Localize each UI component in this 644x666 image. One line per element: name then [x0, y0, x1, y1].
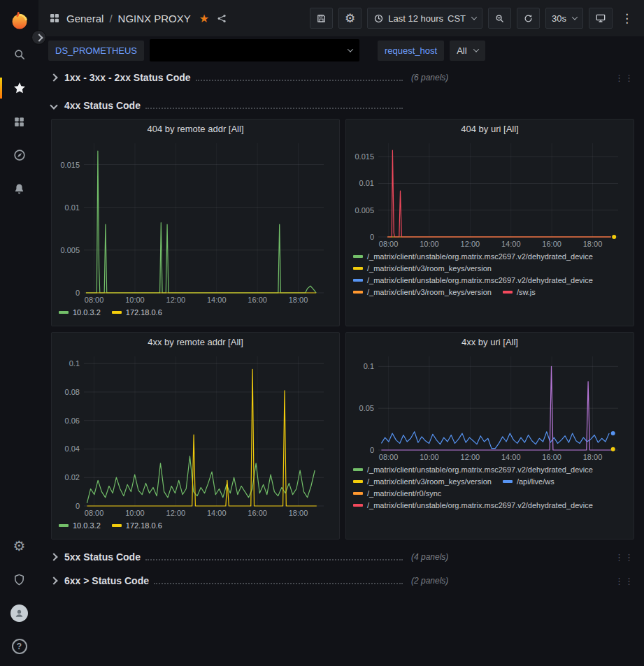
avatar: [10, 605, 28, 622]
sidebar-item-help[interactable]: ?: [0, 630, 38, 663]
svg-text:0.1: 0.1: [363, 362, 373, 370]
legend-series-marker: [353, 468, 363, 471]
sidebar-item-profile[interactable]: [0, 596, 38, 630]
sidebar-item-search[interactable]: [0, 38, 38, 71]
legend-item[interactable]: /_matrix/client/unstable/org.matrix.msc2…: [353, 501, 593, 509]
refresh-interval-dropdown[interactable]: 30s: [545, 8, 583, 29]
sidebar-item-configuration[interactable]: ⚙: [0, 529, 38, 563]
svg-text:14:00: 14:00: [501, 240, 520, 248]
svg-text:0.05: 0.05: [359, 404, 373, 412]
breadcrumb: General / NGINX PROXY: [66, 13, 191, 24]
legend-series-marker: [353, 480, 363, 483]
save-dashboard-button[interactable]: [310, 8, 333, 29]
legend-series-marker: [503, 291, 513, 294]
sidebar-item-starred[interactable]: [0, 71, 38, 105]
svg-text:0.005: 0.005: [60, 246, 80, 254]
svg-text:10:00: 10:00: [420, 453, 439, 461]
row-header-5xx[interactable]: 5xx Status Code (4 panels) ⋮⋮: [51, 548, 634, 566]
legend-series-marker: [59, 524, 69, 527]
svg-text:16:00: 16:00: [542, 453, 561, 461]
svg-text:0: 0: [75, 502, 79, 510]
svg-text:16:00: 16:00: [248, 296, 267, 304]
panel-title[interactable]: 4xx by remote addr [All]: [52, 333, 339, 351]
legend-item[interactable]: 172.18.0.6: [112, 308, 162, 317]
row-drag-handle[interactable]: ⋮⋮: [615, 73, 634, 83]
legend-series-marker: [353, 255, 363, 258]
svg-text:0.02: 0.02: [64, 473, 79, 482]
panel-title[interactable]: 404 by remote addr [All]: [52, 120, 339, 138]
row-panel-count: (6 panels): [411, 73, 448, 82]
timezone-label: CST: [448, 13, 466, 24]
chevron-down-icon: [473, 46, 478, 52]
row-header-4xx[interactable]: 4xx Status Code: [51, 96, 634, 115]
refresh-icon: [523, 13, 534, 24]
row-header-6xx[interactable]: 6xx > Status Code (2 panels) ⋮⋮: [51, 572, 634, 590]
zoom-out-button[interactable]: [488, 8, 511, 29]
sidebar-expand-button[interactable]: [31, 30, 46, 45]
favorite-star-icon[interactable]: ★: [199, 12, 209, 25]
time-series-chart[interactable]: 00.0050.010.01508:0010:0012:0014:0016:00…: [58, 138, 334, 305]
variable-value-ds-prometheus[interactable]: [150, 39, 359, 61]
svg-text:16:00: 16:00: [542, 240, 561, 248]
time-series-chart[interactable]: 00.050.108:0010:0012:0014:0016:0018:00: [352, 351, 628, 463]
sidebar-item-server-admin[interactable]: [0, 563, 38, 596]
variable-label-ds-prometheus[interactable]: DS_PROMETHEUS: [48, 41, 144, 61]
svg-text:18:00: 18:00: [582, 240, 602, 248]
panel-title[interactable]: 4xx by uri [All]: [346, 333, 634, 351]
refresh-button[interactable]: [517, 8, 540, 29]
legend-item[interactable]: /api/live/ws: [503, 477, 554, 486]
breadcrumb-section[interactable]: General: [66, 13, 103, 24]
row-title: 6xx > Status Code: [64, 575, 149, 586]
legend-item[interactable]: /_matrix/client/unstable/org.matrix.msc2…: [353, 465, 593, 474]
panel-title[interactable]: 404 by uri [All]: [346, 120, 634, 138]
dotted-leader: [145, 559, 403, 560]
legend-series-marker: [353, 279, 363, 282]
legend-series-label: /_matrix/client/v3/room_keys/version: [367, 288, 492, 296]
bell-icon: [13, 182, 26, 196]
legend-item[interactable]: 10.0.3.2: [59, 308, 101, 317]
legend-series-label: 172.18.0.6: [126, 308, 162, 317]
time-range-picker[interactable]: Last 12 hours CST: [367, 8, 482, 29]
legend-series-label: 172.18.0.6: [126, 521, 162, 530]
kebab-menu-button[interactable]: ⋮: [618, 11, 636, 26]
row-drag-handle[interactable]: ⋮⋮: [615, 552, 634, 563]
legend-item[interactable]: 172.18.0.6: [112, 521, 162, 530]
row-header-1xx-3xx-2xx[interactable]: 1xx - 3xx - 2xx Status Code (6 panels) ⋮…: [51, 68, 634, 87]
svg-text:0: 0: [369, 233, 373, 241]
legend-item[interactable]: /_matrix/client/v3/room_keys/version: [353, 477, 492, 486]
variable-value-request-host[interactable]: All: [450, 41, 485, 61]
variable-label-request-host[interactable]: request_host: [378, 41, 444, 61]
legend-item[interactable]: 10.0.3.2: [59, 521, 101, 530]
panel-legend: 10.0.3.2172.18.0.6: [52, 519, 339, 539]
legend-item[interactable]: /_matrix/client/unstable/org.matrix.msc2…: [353, 276, 593, 284]
time-series-chart[interactable]: 00.020.040.060.080.108:0010:0012:0014:00…: [58, 351, 334, 519]
row-drag-handle[interactable]: ⋮⋮: [615, 576, 634, 586]
breadcrumb-dashboard-title[interactable]: NGINX PROXY: [118, 13, 191, 24]
legend-item[interactable]: /sw.js: [503, 288, 536, 296]
legend-series-marker: [112, 311, 122, 314]
tv-mode-button[interactable]: [589, 8, 613, 29]
sidebar: ⚙ ?: [0, 0, 38, 666]
sidebar-item-explore[interactable]: [0, 138, 38, 172]
row-title: 4xx Status Code: [64, 100, 141, 111]
svg-text:0.01: 0.01: [359, 179, 373, 187]
legend-item[interactable]: /_matrix/client/r0/sync: [353, 489, 441, 498]
panel: 404 by uri [All] 00.0050.010.01508:0010:…: [345, 119, 634, 326]
legend-item[interactable]: /_matrix/client/v3/room_keys/version: [353, 264, 492, 273]
legend-item[interactable]: /_matrix/client/unstable/org.matrix.msc2…: [353, 252, 593, 261]
svg-text:0.005: 0.005: [355, 206, 374, 215]
legend-series-label: /_matrix/client/unstable/org.matrix.msc2…: [367, 276, 593, 284]
svg-text:12:00: 12:00: [460, 453, 480, 461]
legend-item[interactable]: /_matrix/client/v3/room_keys/version: [353, 288, 492, 296]
svg-text:08:00: 08:00: [84, 296, 103, 304]
svg-text:14:00: 14:00: [206, 509, 226, 517]
sidebar-item-dashboards[interactable]: [0, 105, 38, 138]
svg-text:0: 0: [75, 289, 79, 297]
sidebar-item-alerting[interactable]: [0, 172, 38, 205]
legend-series-marker: [503, 480, 513, 483]
time-series-chart[interactable]: 00.0050.010.01508:0010:0012:0014:0016:00…: [352, 138, 628, 249]
share-dashboard-button[interactable]: [216, 13, 228, 24]
zoom-out-icon: [494, 13, 505, 24]
chevron-down-icon: [572, 14, 578, 20]
dashboard-settings-button[interactable]: ⚙: [338, 8, 362, 29]
